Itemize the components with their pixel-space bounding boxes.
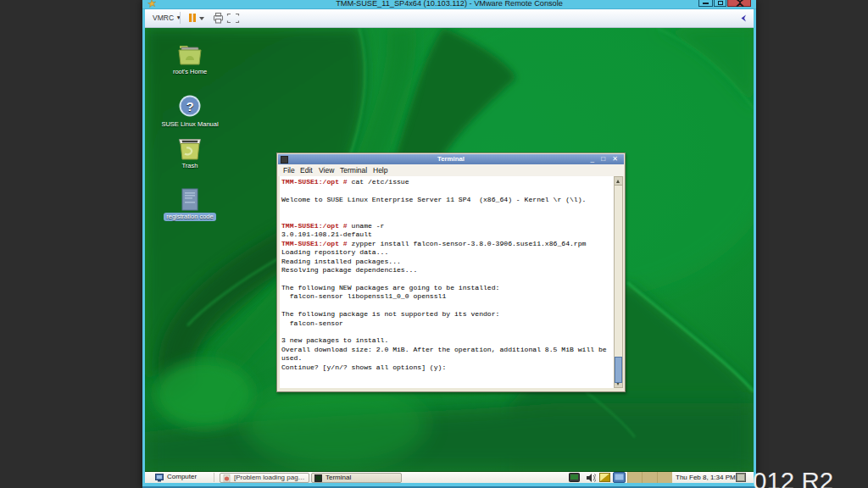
svg-text:?: ? bbox=[186, 99, 193, 114]
